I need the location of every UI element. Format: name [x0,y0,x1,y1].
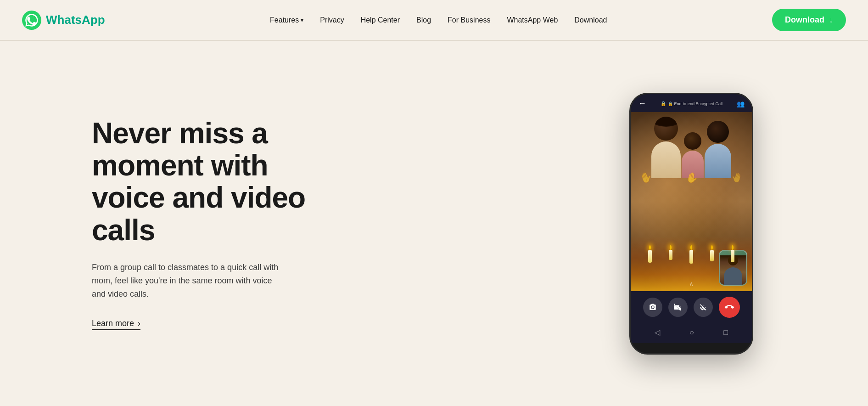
for-business-link[interactable]: For Business [448,16,490,24]
person-3 [705,121,731,178]
hand-right: 🤚 [730,170,744,185]
recents-nav-icon[interactable]: □ [723,328,728,337]
learn-more-link[interactable]: Learn more › [92,319,140,330]
help-center-link[interactable]: Help Center [361,16,400,24]
hero-section: Never miss a moment with voice and video… [0,41,868,406]
mute-icon [699,303,707,311]
brand-logo[interactable]: WhatsApp [22,11,105,30]
blog-link[interactable]: Blog [416,16,431,24]
learn-more-arrow-icon: › [138,319,140,328]
features-label: Features [270,16,299,24]
phone-mockup-container: ← 🔒 🔒 End-to-end Encrypted Call 👥 [629,93,758,355]
features-link[interactable]: Features ▾ [270,16,303,24]
learn-more-label: Learn more [92,319,134,328]
camera-button[interactable] [643,298,662,317]
brand-name: WhatsApp [46,13,105,27]
call-status-text: 🔒 End-to-end Encrypted Call [668,102,722,106]
person-3-head [707,121,729,143]
lock-icon: 🔒 [661,101,666,106]
download-arrow-icon: ↓ [829,15,833,25]
for-business-label: For Business [448,16,490,24]
navbar: WhatsApp Features ▾ Privacy Help Center … [0,0,868,40]
candle-1 [648,245,652,264]
whatsapp-logo-icon [22,11,41,30]
nav-links: Features ▾ Privacy Help Center Blog For … [270,16,607,24]
person-1 [651,117,681,178]
nav-item-download[interactable]: Download [574,16,607,24]
nav-item-blog[interactable]: Blog [416,16,431,24]
download-nav-link[interactable]: Download [574,16,607,24]
people-in-call [631,117,752,178]
privacy-link[interactable]: Privacy [320,16,344,24]
raised-hands-area: ✋ ✋ 🤚 [640,172,743,184]
phone-back-icon[interactable]: ← [638,99,646,108]
back-nav-icon[interactable]: ◁ [655,328,660,337]
hand-left: ✋ [638,170,654,186]
hero-description: From a group call to classmates to a qui… [92,261,285,300]
phone-call-controls [631,291,752,323]
phone-nav-bar: ◁ ○ □ [631,323,752,343]
whatsapp-web-label: WhatsApp Web [507,16,558,24]
download-cta-button[interactable]: Download ↓ [772,9,846,31]
home-nav-icon[interactable]: ○ [689,328,694,337]
hand-center: ✋ [684,171,699,185]
camera-icon [649,303,657,311]
phone-status-bar: ← 🔒 🔒 End-to-end Encrypted Call 👥 [631,94,752,112]
person-2-head [684,132,701,150]
blog-label: Blog [416,16,431,24]
end-call-button[interactable] [719,297,740,318]
download-nav-label: Download [574,16,607,24]
privacy-label: Privacy [320,16,344,24]
phone-video-area: ✋ ✋ 🤚 [631,112,752,291]
candle-4 [710,245,714,264]
phone-call-info: 🔒 🔒 End-to-end Encrypted Call [661,101,722,106]
nav-item-features[interactable]: Features ▾ [270,16,303,24]
whatsapp-web-link[interactable]: WhatsApp Web [507,16,558,24]
mute-button[interactable] [694,298,713,317]
nav-item-web[interactable]: WhatsApp Web [507,16,558,24]
end-call-icon [722,301,735,314]
caller-body [724,267,742,286]
svg-point-0 [22,11,41,30]
candle-2 [669,245,672,264]
phone-mockup: ← 🔒 🔒 End-to-end Encrypted Call 👥 [629,93,753,355]
hero-title: Never miss a moment with voice and video… [92,117,321,247]
candle-3 [689,245,693,264]
nav-item-help[interactable]: Help Center [361,16,400,24]
group-call-icon[interactable]: 👥 [737,100,745,107]
download-cta-label: Download [785,15,824,25]
nav-item-privacy[interactable]: Privacy [320,16,344,24]
video-off-icon [674,303,682,311]
hero-content: Never miss a moment with voice and video… [92,117,321,331]
nav-item-business[interactable]: For Business [448,16,490,24]
chevron-down-icon: ▾ [301,17,303,23]
help-center-label: Help Center [361,16,400,24]
swipe-up-indicator: ∧ [689,280,694,288]
person-2 [682,132,704,178]
candles-row [640,245,743,264]
person-1-head [654,117,678,141]
candle-5 [731,245,734,264]
encrypted-call-label: 🔒 🔒 End-to-end Encrypted Call [661,101,722,106]
video-off-button[interactable] [668,298,688,317]
